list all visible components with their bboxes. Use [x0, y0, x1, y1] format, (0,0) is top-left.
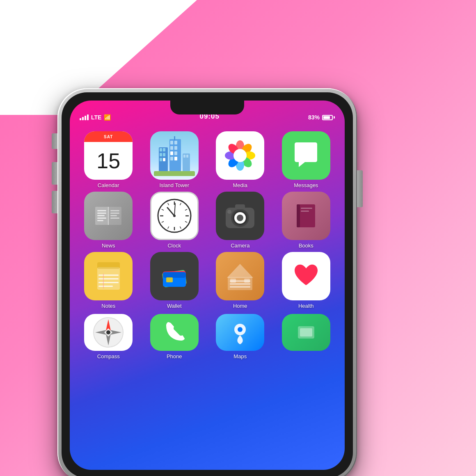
svg-rect-8 [170, 141, 173, 144]
island-tower-label: Island Tower [159, 182, 189, 188]
maps-label: Maps [233, 353, 247, 359]
battery-percent: 83% [308, 114, 320, 121]
svg-rect-38 [110, 215, 117, 216]
app-notes[interactable]: Notes [80, 252, 137, 309]
svg-rect-39 [110, 217, 119, 219]
wallet-icon [150, 252, 199, 300]
wifi-icon: 📶 [104, 114, 111, 121]
news-icon [84, 192, 133, 240]
home-icon [216, 252, 264, 300]
app-row-1: SAT 15 Calendar [77, 131, 337, 188]
phone-icon [150, 314, 199, 351]
svg-point-55 [173, 215, 176, 217]
app-wallet[interactable]: Wallet [146, 252, 203, 309]
svg-point-94 [238, 327, 243, 332]
island-tower-icon [150, 131, 199, 180]
svg-rect-79 [166, 277, 173, 282]
svg-rect-19 [186, 155, 188, 158]
mute-button[interactable] [52, 133, 57, 149]
svg-rect-6 [163, 158, 165, 161]
compass-icon [84, 314, 133, 351]
svg-rect-4 [163, 153, 165, 156]
phone-frame: LTE 📶 09:05 83% [57, 88, 357, 476]
clock-label: Clock [167, 243, 181, 249]
svg-rect-31 [97, 210, 106, 211]
svg-rect-71 [98, 278, 119, 279]
app-health[interactable]: Health [277, 252, 335, 309]
signal-bars [80, 114, 89, 120]
notes-label: Notes [101, 303, 115, 309]
svg-rect-96 [300, 328, 312, 336]
svg-point-92 [106, 330, 110, 334]
svg-rect-37 [110, 213, 119, 214]
volume-up-button[interactable] [52, 162, 57, 185]
svg-rect-85 [230, 279, 236, 283]
svg-point-62 [227, 210, 231, 214]
volume-down-button[interactable] [52, 191, 57, 213]
svg-rect-5 [160, 158, 162, 161]
svg-marker-81 [227, 264, 253, 278]
svg-rect-65 [297, 204, 300, 227]
app-phone[interactable]: Phone [146, 314, 203, 359]
svg-rect-1 [160, 148, 162, 151]
svg-rect-14 [170, 157, 173, 160]
svg-rect-34 [97, 217, 106, 219]
app-messages[interactable]: Messages [277, 131, 335, 188]
camera-label: Camera [231, 243, 249, 249]
notch [170, 101, 244, 114]
app-unknown[interactable] [277, 314, 335, 359]
media-label: Media [233, 182, 247, 188]
svg-rect-20 [154, 171, 195, 176]
svg-rect-2 [163, 148, 165, 151]
svg-rect-13 [174, 151, 177, 155]
health-label: Health [298, 303, 314, 309]
app-home[interactable]: Home [211, 252, 269, 309]
app-maps[interactable]: Maps [211, 314, 269, 359]
svg-rect-18 [183, 155, 185, 158]
svg-rect-86 [244, 279, 250, 283]
svg-rect-73 [98, 286, 113, 287]
signal-bar-1 [80, 118, 81, 120]
app-calendar[interactable]: SAT 15 Calendar [80, 131, 137, 188]
unknown-icon [282, 314, 330, 351]
messages-label: Messages [294, 182, 318, 188]
svg-rect-3 [160, 153, 162, 156]
power-button[interactable] [357, 170, 363, 207]
app-books[interactable]: Books [277, 192, 335, 249]
battery-icon [322, 115, 335, 120]
svg-rect-61 [235, 204, 245, 209]
svg-rect-9 [174, 141, 177, 144]
svg-rect-78 [163, 272, 186, 278]
svg-rect-35 [97, 220, 103, 221]
app-media[interactable]: Media [211, 131, 269, 188]
network-type: LTE [91, 114, 101, 121]
app-island-tower[interactable]: Island Tower [146, 131, 203, 188]
app-clock[interactable]: Clock [146, 192, 203, 249]
status-right: 83% [308, 114, 335, 121]
health-icon [282, 252, 330, 300]
notes-icon [84, 252, 133, 300]
svg-point-29 [233, 149, 247, 162]
svg-rect-36 [110, 210, 119, 211]
app-news[interactable]: News [80, 192, 137, 249]
app-camera[interactable]: Camera [211, 192, 269, 249]
camera-icon [216, 192, 264, 240]
app-row-3: Notes [77, 252, 337, 309]
messages-icon [282, 131, 330, 180]
signal-bar-4 [87, 114, 89, 120]
media-icon [216, 131, 264, 180]
books-label: Books [299, 243, 314, 249]
svg-rect-72 [98, 282, 119, 283]
app-compass[interactable]: Compass [80, 314, 137, 359]
svg-rect-32 [97, 213, 106, 214]
calendar-label: Calendar [98, 182, 119, 188]
home-label: Home [233, 303, 247, 309]
svg-rect-66 [301, 208, 312, 209]
svg-rect-70 [98, 275, 119, 276]
svg-rect-67 [301, 211, 309, 212]
app-row-4: Compass Phone [77, 314, 337, 359]
phone-bezel: LTE 📶 09:05 83% [62, 92, 353, 476]
svg-rect-10 [170, 146, 173, 150]
app-grid: SAT 15 Calendar [70, 125, 345, 366]
compass-label: Compass [97, 353, 120, 359]
